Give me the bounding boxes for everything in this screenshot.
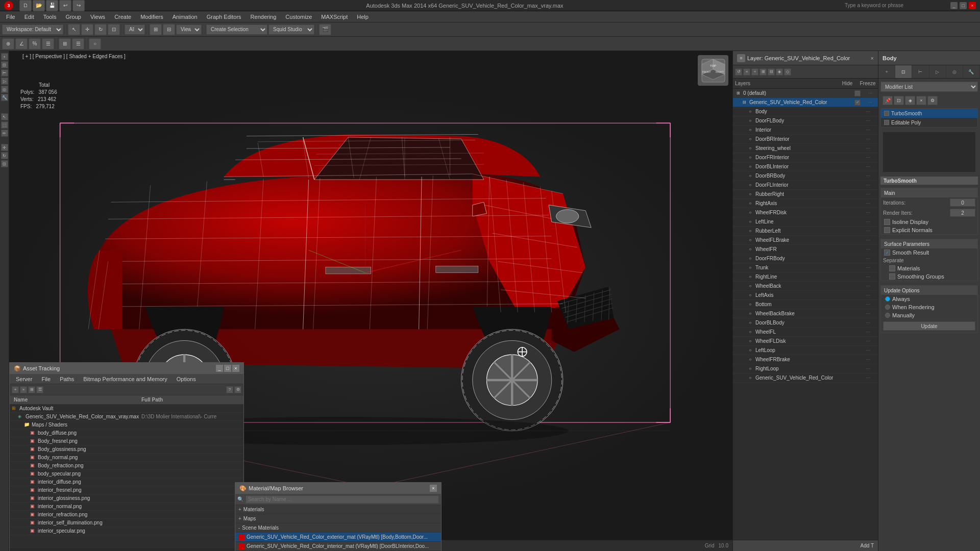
ts-always-radio[interactable] (885, 296, 890, 302)
asset-row-body-diffuse[interactable]: ▣ body_diffuse.png (10, 429, 243, 437)
matbrowser-scene-section[interactable]: - Scene Materials (235, 523, 441, 533)
asset-row-body-normal[interactable]: ▣ Body_normal.png (10, 454, 243, 462)
asset-row-maxfile[interactable]: ◈ Generic_SUV_Vehicle_Red_Color_max_vray… (10, 413, 243, 421)
rpanel-tab-hierarchy[interactable]: ⊢ (912, 65, 929, 78)
motion-tool[interactable]: ▷ (1, 78, 8, 85)
new-btn[interactable]: 🗋 (19, 0, 32, 11)
display-tool[interactable]: ◎ (1, 86, 8, 93)
menu-file[interactable]: File (2, 13, 19, 21)
ts-surface-header[interactable]: Surface Parameters (881, 239, 977, 248)
menu-group[interactable]: Group (61, 13, 85, 21)
modify-tool[interactable]: ⊡ (1, 61, 8, 68)
menu-views[interactable]: Views (86, 13, 109, 21)
asset-menu-options[interactable]: Options (173, 375, 200, 383)
matbrowser-materials-section[interactable]: + Materials (235, 505, 441, 514)
menu-modifiers[interactable]: Modifiers (136, 13, 167, 21)
ts-update-header[interactable]: Update Options (881, 286, 977, 295)
search-bar[interactable]: Type a keyword or phrase (845, 3, 944, 8)
save-btn[interactable]: 💾 (46, 0, 58, 11)
asset-row-interior-diffuse[interactable]: ▣ interior_diffuse.png (10, 478, 243, 486)
menu-graph-editors[interactable]: Graph Editors (203, 13, 246, 21)
matbrowser-close-btn[interactable]: × (430, 485, 437, 492)
ts-smoothgroups-check[interactable] (889, 273, 895, 280)
mod-editable-poly[interactable]: Editable Poly (881, 118, 977, 127)
paint-select[interactable]: ✏ (1, 130, 8, 137)
layer-item-wheelFLBrake[interactable]: ○ WheelFLBrake ··· (733, 236, 878, 245)
workspace-dropdown[interactable]: Workspace: Default (2, 24, 63, 35)
spinner-snap[interactable]: ☰ (42, 38, 54, 49)
layer-item-rightLoop[interactable]: ○ RightLoop ··· (733, 364, 878, 373)
layer-item-wheelBack[interactable]: ○ WheelBack ··· (733, 282, 878, 291)
asset-add-btn[interactable]: + (12, 386, 19, 393)
open-btn[interactable]: 📂 (33, 0, 45, 11)
hierarchy-tool[interactable]: ⊢ (1, 69, 8, 77)
layers-add-btn-tb[interactable]: + (751, 68, 758, 76)
pin-stack-btn[interactable]: 📌 (883, 96, 893, 105)
select-region[interactable]: ⬚ (1, 121, 8, 129)
menu-maxscript[interactable]: MAXScript (317, 13, 352, 21)
layer-item-rightLine[interactable]: ○ RightLine ··· (733, 272, 878, 282)
ts-update-button[interactable]: Update (883, 321, 975, 331)
layer-item-rubberLeft[interactable]: ○ RubberLeft ··· (733, 227, 878, 236)
ts-materials-check[interactable] (889, 265, 895, 271)
select-filter-dropdown[interactable]: All (125, 24, 145, 35)
squid-studio-dropdown[interactable]: Squid Studio v (268, 24, 314, 35)
layer-item-wheelFRDisk[interactable]: ○ WheelFRDisk ··· (733, 208, 878, 217)
mirror-btn[interactable]: ⊟ (163, 24, 175, 35)
asset-delete-btn[interactable]: × (20, 386, 27, 393)
mat-item-interior[interactable]: Generic_SUV_Vehicle_Red_Color_interior_m… (235, 542, 441, 551)
layer-item-generic-suv2[interactable]: ○ Generic_SUV_Vehicle_Red_Color ··· (733, 373, 878, 383)
layers-close-btn[interactable]: × (871, 55, 874, 61)
layers-unlink-btn[interactable]: ⊟ (768, 68, 775, 76)
ribbon-toggle[interactable]: ☰ (72, 38, 84, 49)
layer-item-doorfLBody[interactable]: ○ DoorFLBody ··· (733, 116, 878, 126)
render-btn[interactable]: 🎬 (319, 24, 331, 35)
move-btn[interactable]: ✛ (81, 24, 93, 35)
layer-manager[interactable]: ⊞ (59, 38, 71, 49)
asset-row-interior-specular[interactable]: ▣ interior_specular.png (10, 527, 243, 535)
ts-main-header[interactable]: Main (881, 188, 977, 197)
matbrowser-search-input[interactable] (246, 495, 439, 504)
layer-item-wheelBackBrake[interactable]: ○ WheelBackBrake ··· (733, 309, 878, 318)
asset-row-body-fresnel[interactable]: ▣ Body_fresnel.png (10, 437, 243, 445)
named-selection-sets[interactable]: ○ (89, 38, 101, 49)
mod-turbosmooth-check[interactable] (884, 111, 889, 116)
layer-item-doorBLInterior[interactable]: ○ DoorBLInterior ··· (733, 162, 878, 171)
asset-menu-file[interactable]: File (37, 375, 55, 383)
ts-manually-radio[interactable] (885, 313, 890, 318)
mod-turbosmooth[interactable]: TurboSmooth (881, 109, 977, 118)
angle-snap[interactable]: ∠ (15, 38, 28, 49)
asset-row-interior-fresnel[interactable]: ▣ interior_fresnel.png (10, 486, 243, 494)
asset-row-body-glossiness[interactable]: ▣ Body_glossiness.png (10, 445, 243, 454)
layer-item-wheelFRBrake[interactable]: ○ WheelFRBrake ··· (733, 355, 878, 364)
create-selection-dropdown[interactable]: Create Selection (206, 24, 267, 35)
ts-iterations-input[interactable] (950, 198, 975, 207)
asset-row-interior-self-illumination[interactable]: ▣ interior_self_illumination.png (10, 519, 243, 527)
scale-tool2[interactable]: ⊡ (1, 160, 8, 167)
rotate-tool2[interactable]: ↻ (1, 152, 8, 159)
ts-render-iters-input[interactable] (950, 209, 975, 217)
nav-cube[interactable]: TOP FRONT RIGHT (698, 55, 728, 86)
move-tool2[interactable]: ✛ (1, 144, 8, 151)
show-end-btn[interactable]: ⊡ (894, 96, 904, 105)
modifier-list-dropdown[interactable]: Modifier List (880, 82, 978, 92)
layer-item-generic-suv[interactable]: ⊟ Generic_SUV_Vehicle_Red_Color ✓ ··· (733, 98, 878, 107)
snap-toggle[interactable]: ⊕ (2, 38, 14, 49)
layer-item-doorFRBody[interactable]: ○ DoorFRBody ··· (733, 254, 878, 263)
asset-close-btn[interactable]: × (232, 365, 239, 372)
layer-item-interior[interactable]: ○ Interior ··· (733, 126, 878, 135)
asset-settings-btn[interactable]: ⚙ (234, 386, 241, 393)
layer-item-doorBRBody[interactable]: ○ DoorBRBody ··· (733, 171, 878, 181)
asset-list-btn[interactable]: ☰ (36, 386, 43, 393)
layers-delete-btn[interactable]: × (743, 68, 750, 76)
rpanel-tab-utilities[interactable]: 🔧 (963, 65, 980, 78)
layer-item-wheelFL[interactable]: ○ WheelFL ··· (733, 328, 878, 337)
asset-row-vault[interactable]: ⊞ Autodesk Vault (10, 405, 243, 413)
matbrowser-maps-section[interactable]: + Maps (235, 514, 441, 523)
asset-menu-bitmap[interactable]: Bitmap Performance and Memory (79, 375, 171, 383)
layer-item-rubberRight[interactable]: ○ RubberRight ··· (733, 190, 878, 199)
rpanel-tab-display[interactable]: ◎ (946, 65, 963, 78)
layers-link-btn[interactable]: ⊞ (760, 68, 767, 76)
ts-explicit-check[interactable] (884, 227, 890, 233)
layer-item-trunk[interactable]: ○ Trunk ··· (733, 263, 878, 272)
